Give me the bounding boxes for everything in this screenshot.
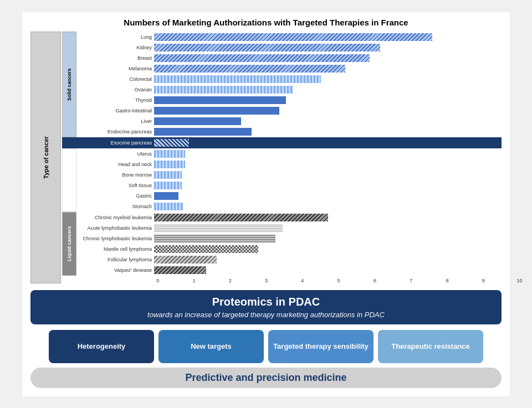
table-row: Acute lymphobastic leukemia [76, 223, 502, 233]
cards-row: HeterogeneityNew targetsTargeted therapy… [30, 330, 502, 363]
table-row: Soft tissue [76, 180, 502, 190]
proteomics-box: Proteomics in PDAC towards an increase o… [30, 290, 502, 324]
predictive-medicine: Predictive and precision medicine [30, 368, 502, 388]
table-row: Follicular lymphoma [76, 255, 502, 265]
table-row: Exocrine pancreas [76, 138, 502, 148]
proteomics-subtitle: towards an increase of targeted therapy … [42, 311, 490, 319]
proteomics-title: Proteomics in PDAC [42, 296, 490, 308]
table-row: Vaquez' desease [76, 265, 502, 275]
chart-title: Numbers of Marketing Authorizations with… [30, 18, 502, 27]
solid-cancers-label: Solid cancers [62, 32, 76, 137]
bottom-card: New targets [158, 330, 264, 363]
table-row: Uterus [76, 149, 502, 159]
table-row: Lung [76, 32, 502, 42]
bottom-card: Therapeutic resistance [378, 330, 483, 363]
table-row: Thyroid [76, 95, 502, 105]
table-row: Chronic lymphobastic leukemia [76, 234, 502, 244]
table-row: Head and neck [76, 159, 502, 169]
table-row: Endocrine pancreas [76, 127, 502, 137]
table-row: Stomach [76, 202, 502, 211]
table-row: Breast [76, 53, 502, 63]
table-row: Melanoma [76, 64, 502, 74]
table-row: Chronic myeloid leukemia [76, 213, 502, 223]
table-row: Gastric [76, 191, 502, 201]
liquid-cancers-label: Liquid cancers [62, 212, 76, 276]
bottom-card: Targeted therapy sensibility [268, 330, 374, 363]
table-row: Colorectal [76, 74, 502, 84]
bottom-section: Proteomics in PDAC towards an increase o… [30, 290, 502, 388]
table-row: Gastro-intestinal [76, 106, 502, 116]
table-row: Kidney [76, 43, 502, 53]
bottom-card: Heterogeneity [49, 330, 154, 363]
table-row: Liver [76, 116, 502, 126]
table-row: Bone morrow [76, 170, 502, 180]
y-axis-label: Type of cancer [30, 32, 61, 283]
table-row: Ovarian [76, 85, 502, 95]
table-row: Mantle cell lymphoma [76, 244, 502, 254]
